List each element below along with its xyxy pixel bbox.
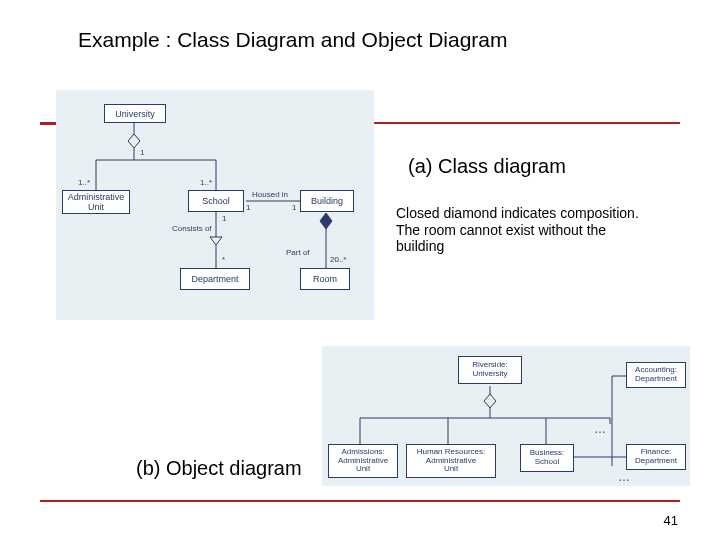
obj-business: Business: School [520,444,574,472]
ellipsis-1: … [594,422,606,436]
mult-school-top: 1..* [200,178,212,187]
assoc-part-of: Part of [286,248,310,257]
mult-admin-top: 1..* [78,178,90,187]
class-admin-unit: Administrative Unit [62,190,130,214]
caption-a: (a) Class diagram [408,155,566,178]
mult-room-top: 20..* [330,255,346,264]
assoc-consists-of: Consists of [172,224,212,233]
footer-rule [40,500,680,502]
class-building: Building [300,190,354,212]
svg-marker-10 [320,213,332,229]
svg-marker-8 [210,237,222,245]
mult-school-bottom: 1 [222,214,226,223]
obj-hr: Human Resources: Administrative Unit [406,444,496,478]
page-number: 41 [664,513,678,528]
obj-admissions: Admissions: Administrative Unit [328,444,398,478]
slide-title: Example : Class Diagram and Object Diagr… [78,28,508,52]
mult-uni-bottom: 1 [140,148,144,157]
mult-school-right: 1 [246,203,250,212]
assoc-housed-in: Housed in [252,190,288,199]
class-room: Room [300,268,350,290]
svg-marker-12 [484,394,496,408]
ellipsis-2: … [618,470,630,484]
obj-accounting: Accounting: Department [626,362,686,388]
svg-marker-1 [128,134,140,148]
class-diagram-panel: University Administrative Unit School Bu… [56,90,374,320]
composition-note: Closed diamond indicates composition. Th… [396,205,656,255]
obj-riverside: Riverside: University [458,356,522,384]
mult-dept-top: * [222,255,225,264]
class-department: Department [180,268,250,290]
mult-building-left: 1 [292,203,296,212]
obj-finance: Finance: Department [626,444,686,470]
object-diagram-panel: Riverside: University Admissions: Admini… [322,346,690,486]
class-university: University [104,104,166,123]
caption-b: (b) Object diagram [136,457,302,480]
class-school: School [188,190,244,212]
